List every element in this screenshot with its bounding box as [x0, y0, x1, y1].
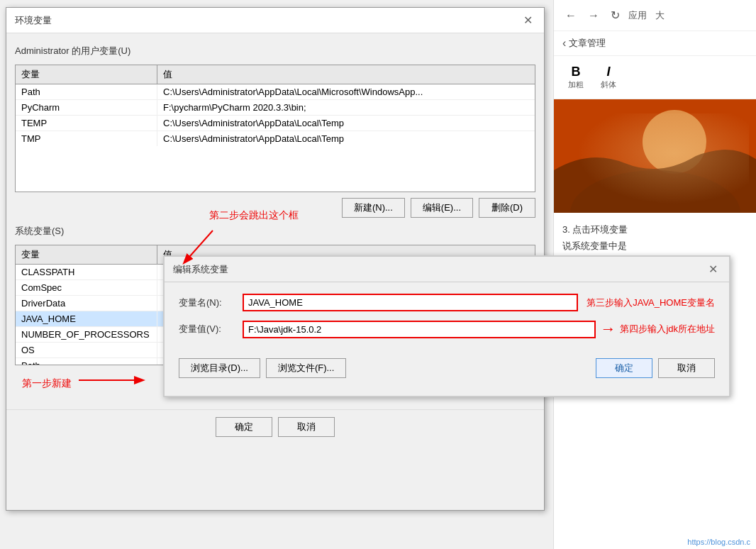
step3-annotation: 第三步输入JAVA_HOME变量名 [587, 296, 715, 309]
browser-nav: ← → ↻ 应用 大 [554, 0, 756, 31]
env-cancel-btn[interactable]: 取消 [278, 417, 335, 437]
sys-row-path-var: Path [16, 358, 157, 365]
sys-row-os-var: OS [16, 343, 157, 357]
form-row-value: 变量值(V): → 第四步输入jdk所在地址 [179, 320, 715, 338]
nav-back-btn[interactable]: ← [562, 6, 579, 25]
article-mgmt-label: 文章管理 [569, 37, 606, 50]
edit-user-btn[interactable]: 编辑(E)... [411, 198, 473, 218]
edit-dialog-titlebar: 编辑系统变量 ✕ [165, 257, 729, 282]
bold-label: 加粗 [568, 79, 584, 90]
user-row-3-val: C:\Users\Administrator\AppData\Local\Tem… [157, 131, 535, 146]
form-input-value[interactable] [243, 321, 596, 338]
edit-cancel-btn[interactable]: 取消 [658, 358, 715, 378]
table-row[interactable]: TMP C:\Users\Administrator\AppData\Local… [16, 131, 535, 146]
env-ok-btn[interactable]: 确定 [216, 417, 272, 437]
hero-svg [554, 99, 756, 213]
user-col-val: 值 [157, 65, 535, 84]
svg-point-1 [643, 110, 706, 174]
user-row-2-var: TEMP [16, 116, 157, 131]
sys-row-numproc-var: NUMBER_OF_PROCESSORS [16, 327, 157, 342]
user-section-label: Administrator 的用户变量(U) [15, 42, 535, 60]
italic-icon: I [606, 65, 610, 79]
system-section-label: 系统变量(S) [15, 222, 535, 240]
edit-form: 变量名(N): 第三步输入JAVA_HOME变量名 变量值(V): → 第四步输… [165, 282, 729, 358]
step4-annotation: 第四步输入jdk所在地址 [620, 323, 715, 336]
sys-row-driverdata-var: DriverData [16, 296, 157, 311]
sys-col-var: 变量 [16, 245, 157, 264]
nav-forward-btn[interactable]: → [585, 6, 602, 25]
hero-image [554, 99, 756, 213]
user-table-header: 变量 值 [16, 65, 535, 84]
step2-arrow [170, 227, 227, 270]
nav-globe-label: 大 [655, 9, 665, 22]
user-row-1-var: PyCharm [16, 100, 157, 115]
step1-annotation: 第一步新建 [22, 377, 72, 390]
table-row[interactable]: PyCharm F:\pycharm\PyCharm 2020.3.3\bin; [16, 100, 535, 116]
env-dialog-title: 环境变量 [15, 14, 52, 27]
italic-btn[interactable]: I 斜体 [595, 62, 622, 93]
env-dialog-footer: 确定 取消 [6, 409, 544, 444]
sys-row-comspec-var: ComSpec [16, 280, 157, 295]
browse-file-btn[interactable]: 浏览文件(F)... [266, 358, 346, 378]
form-label-name: 变量名(N): [179, 296, 243, 309]
browse-dir-btn[interactable]: 浏览目录(D)... [179, 358, 260, 378]
table-row[interactable]: Path C:\Users\Administrator\AppData\Loca… [16, 84, 535, 100]
edit-dialog-close[interactable]: ✕ [706, 262, 721, 276]
article-mgmt-bar: ‹ 文章管理 [554, 31, 756, 56]
csdn-url: https://blog.csdn.c [687, 538, 750, 546]
edit-sys-var-dialog: 编辑系统变量 ✕ 变量名(N): 第三步输入JAVA_HOME变量名 变量值(V… [163, 255, 730, 397]
italic-label: 斜体 [601, 79, 616, 90]
svg-rect-0 [554, 99, 756, 213]
nav-apps-label: 应用 [628, 9, 647, 22]
nav-refresh-btn[interactable]: ↻ [608, 6, 623, 25]
env-dialog-close[interactable]: ✕ [521, 13, 535, 27]
user-variables-table: 变量 值 Path C:\Users\Administrator\AppData… [15, 65, 535, 192]
user-row-2-val: C:\Users\Administrator\AppData\Local\Tem… [157, 116, 535, 131]
sys-row-javahome-var: JAVA_HOME [16, 311, 157, 326]
user-row-3-var: TMP [16, 131, 157, 146]
edit-dialog-buttons: 浏览目录(D)... 浏览文件(F)... 确定 取消 [165, 358, 729, 387]
env-dialog-titlebar: 环境变量 ✕ [6, 8, 544, 33]
bold-btn[interactable]: B 加粗 [562, 62, 589, 93]
user-row-0-var: Path [16, 84, 157, 99]
form-row-name: 变量名(N): 第三步输入JAVA_HOME变量名 [179, 294, 715, 311]
step1-arrow [72, 370, 157, 391]
form-label-value: 变量值(V): [179, 323, 243, 336]
edit-ok-btn[interactable]: 确定 [596, 358, 652, 378]
user-col-var: 变量 [16, 65, 157, 84]
step2-annotation: 第二步会跳出这个框 [209, 209, 299, 222]
sys-row-classpath-var: CLASSPATH [16, 265, 157, 279]
new-user-btn[interactable]: 新建(N)... [342, 198, 405, 218]
bold-icon: B [572, 65, 581, 79]
form-input-name[interactable] [243, 294, 578, 311]
delete-user-btn[interactable]: 删除(D) [479, 198, 535, 218]
user-row-0-val: C:\Users\Administrator\AppData\Local\Mic… [157, 84, 535, 99]
step4-arrow-icon: → [600, 320, 616, 338]
table-row[interactable]: TEMP C:\Users\Administrator\AppData\Loca… [16, 116, 535, 131]
user-row-1-val: F:\pycharm\PyCharm 2020.3.3\bin; [157, 100, 535, 115]
editor-toolbar: B 加粗 I 斜体 [554, 56, 756, 99]
svg-point-2 [570, 170, 740, 213]
chevron-icon: ‹ [562, 37, 566, 50]
